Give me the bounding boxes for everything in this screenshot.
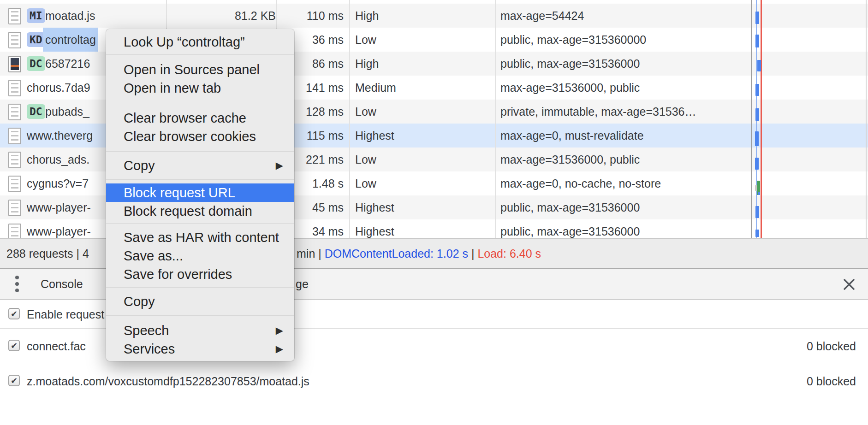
request-priority-cell: Highest bbox=[355, 124, 493, 148]
waterfall-bar[interactable] bbox=[758, 192, 760, 195]
waterfall-bar[interactable] bbox=[755, 108, 759, 121]
pane-right-border bbox=[866, 0, 867, 238]
blocked-pattern-text: connect.fac bbox=[27, 329, 86, 364]
request-cache-control-cell: public, max-age=31536000 bbox=[500, 195, 749, 219]
image-file-icon bbox=[8, 56, 21, 72]
enable-request-blocking-checkbox[interactable]: ✔ bbox=[8, 308, 20, 319]
summary-fragment: min | bbox=[297, 247, 325, 260]
menu-group: Clear browser cacheClear browser cookies bbox=[106, 103, 294, 152]
blocked-count: 0 blocked bbox=[807, 329, 856, 364]
request-cache-control-cell: max-age=0, must-revalidate bbox=[500, 124, 749, 148]
row-separator bbox=[0, 4, 750, 4]
menu-item-clear-browser-cookies[interactable]: Clear browser cookies bbox=[106, 127, 294, 146]
load-time: Load: 6.40 s bbox=[477, 247, 541, 260]
menu-group: Save as HAR with contentSave as...Save f… bbox=[106, 224, 294, 288]
menu-item-look-up-controltag[interactable]: Look Up “controltag” bbox=[106, 33, 294, 51]
waterfall-bar[interactable] bbox=[755, 230, 759, 237]
menu-group: Open in Sources panelOpen in new tab bbox=[106, 55, 294, 103]
request-cache-control-cell: public, max-age=31536000 bbox=[500, 52, 749, 76]
submenu-arrow-icon: ▶ bbox=[276, 156, 283, 175]
menu-item-block-request-url[interactable]: Block request URL bbox=[106, 183, 294, 202]
waterfall-bar[interactable] bbox=[755, 158, 759, 170]
script-file-icon bbox=[8, 104, 21, 120]
request-priority-cell: Highest bbox=[355, 195, 493, 219]
load-marker-line bbox=[761, 0, 762, 238]
script-file-icon bbox=[8, 224, 21, 238]
menu-item-open-in-new-tab[interactable]: Open in new tab bbox=[106, 79, 294, 97]
request-name[interactable]: www-player- bbox=[27, 219, 91, 238]
request-name[interactable]: chorus.7da9 bbox=[27, 76, 90, 100]
request-priority-cell: Low bbox=[355, 171, 493, 195]
waterfall-divider[interactable] bbox=[751, 0, 752, 238]
script-file-icon bbox=[8, 152, 21, 168]
devtools-window: MImoatad.js81.2 KB110 msHighmax-age=5442… bbox=[0, 0, 868, 425]
initiator-badge: DC bbox=[27, 56, 45, 71]
waterfall-bar[interactable] bbox=[755, 35, 759, 47]
request-size-cell: 81.2 KB bbox=[174, 4, 276, 28]
request-name[interactable]: controltag bbox=[43, 28, 98, 52]
request-name[interactable]: 6587216 bbox=[45, 52, 90, 76]
request-cache-control-cell: public, max-age=315360000 bbox=[500, 28, 749, 52]
blocked-pattern-row[interactable]: ✔z.moatads.com/voxcustomdfp152282307853/… bbox=[0, 364, 868, 399]
request-name[interactable]: www-player- bbox=[27, 195, 91, 219]
submenu-arrow-icon: ▶ bbox=[276, 340, 283, 358]
script-file-icon bbox=[8, 176, 21, 192]
request-name[interactable]: pubads_ bbox=[45, 100, 89, 124]
menu-item-save-as[interactable]: Save as... bbox=[106, 247, 294, 265]
summary-separator: | bbox=[468, 247, 477, 260]
close-icon bbox=[841, 277, 857, 292]
request-priority-cell: Low bbox=[355, 100, 493, 124]
menu-item-clear-browser-cache[interactable]: Clear browser cache bbox=[106, 109, 294, 127]
column-gridline bbox=[495, 0, 496, 238]
request-name[interactable]: www.theverg bbox=[27, 124, 93, 148]
tab-console[interactable]: Console bbox=[41, 269, 83, 299]
close-drawer-button[interactable] bbox=[841, 277, 857, 292]
blocked-count: 0 blocked bbox=[807, 364, 856, 399]
pattern-enabled-checkbox[interactable]: ✔ bbox=[8, 375, 20, 386]
request-name[interactable]: moatad.js bbox=[45, 4, 95, 28]
waterfall-bar[interactable] bbox=[757, 60, 761, 71]
request-count-summary: 288 requests | 4 bbox=[6, 239, 89, 268]
request-priority-cell: Low bbox=[355, 28, 493, 52]
menu-item-speech[interactable]: Speech▶ bbox=[106, 321, 294, 340]
menu-item-services[interactable]: Services▶ bbox=[106, 340, 294, 358]
waterfall-bar[interactable] bbox=[755, 131, 759, 146]
column-gridline bbox=[349, 0, 350, 238]
request-priority-cell: Highest bbox=[355, 219, 493, 238]
domcontentloaded-time: DOMContentLoaded: 1.02 s bbox=[325, 247, 468, 260]
menu-item-save-for-overrides[interactable]: Save for overrides bbox=[106, 265, 294, 283]
request-priority-cell: High bbox=[355, 52, 493, 76]
menu-item-copy[interactable]: Copy▶ bbox=[106, 156, 294, 175]
menu-item-open-in-sources-panel[interactable]: Open in Sources panel bbox=[106, 60, 294, 79]
submenu-arrow-icon: ▶ bbox=[276, 321, 283, 340]
request-cache-control-cell: public, max-age=31536000 bbox=[500, 219, 749, 238]
menu-group: Block request URLBlock request domain bbox=[106, 180, 294, 224]
menu-group: Copy bbox=[106, 288, 294, 316]
menu-item-copy[interactable]: Copy bbox=[106, 292, 294, 311]
menu-item-save-as-har-with-content[interactable]: Save as HAR with content bbox=[106, 228, 294, 247]
script-file-icon bbox=[8, 32, 21, 48]
script-file-icon bbox=[8, 8, 21, 24]
tab-partial-label[interactable]: ge bbox=[296, 269, 309, 299]
script-file-icon bbox=[8, 200, 21, 216]
request-cache-control-cell: max-age=31536000, public bbox=[500, 148, 749, 171]
request-cache-control-cell: max-age=54424 bbox=[500, 4, 749, 28]
request-priority-cell: Medium bbox=[355, 76, 493, 100]
menu-group: Look Up “controltag” bbox=[106, 29, 294, 55]
request-cache-control-cell: max-age=0, no-cache, no-store bbox=[500, 171, 749, 195]
menu-group: Speech▶Services▶ bbox=[106, 316, 294, 361]
drawer-menu-kebab-icon[interactable] bbox=[15, 276, 19, 293]
menu-item-block-request-domain[interactable]: Block request domain bbox=[106, 202, 294, 220]
request-priority-cell: Low bbox=[355, 148, 493, 171]
request-name[interactable]: cygnus?v=7 bbox=[27, 171, 89, 195]
initiator-badge: MI bbox=[27, 8, 45, 23]
network-request-row[interactable]: MImoatad.js81.2 KB110 msHighmax-age=5442… bbox=[0, 4, 868, 28]
waterfall-bar[interactable] bbox=[755, 206, 759, 218]
request-name[interactable]: chorus_ads. bbox=[27, 148, 89, 171]
waterfall-bar[interactable] bbox=[755, 12, 759, 24]
context-menu: Look Up “controltag”Open in Sources pane… bbox=[106, 29, 294, 361]
request-priority-cell: High bbox=[355, 4, 493, 28]
request-time-cell: 110 ms bbox=[276, 4, 344, 28]
waterfall-bar[interactable] bbox=[755, 84, 759, 96]
pattern-enabled-checkbox[interactable]: ✔ bbox=[8, 340, 20, 351]
